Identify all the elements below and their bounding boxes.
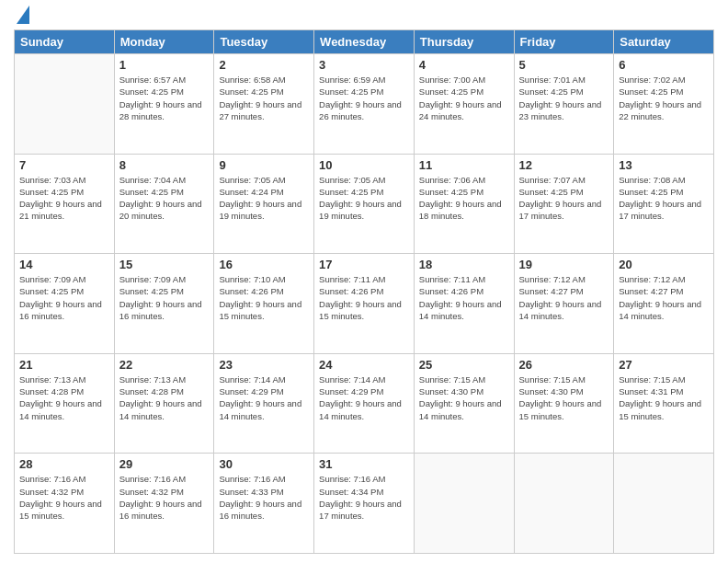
- calendar-cell: 4Sunrise: 7:00 AMSunset: 4:25 PMDaylight…: [414, 54, 514, 155]
- day-number: 10: [319, 158, 409, 172]
- day-number: 20: [619, 258, 709, 271]
- day-number: 25: [419, 358, 509, 372]
- calendar-cell: 22Sunrise: 7:13 AMSunset: 4:28 PMDayligh…: [114, 353, 214, 454]
- day-info: Sunrise: 7:04 AMSunset: 4:25 PMDaylight:…: [119, 174, 210, 223]
- calendar-cell: 19Sunrise: 7:12 AMSunset: 4:27 PMDayligh…: [514, 254, 614, 354]
- calendar-cell: 5Sunrise: 7:01 AMSunset: 4:25 PMDaylight…: [514, 54, 614, 155]
- day-number: 11: [419, 158, 509, 172]
- calendar-cell: 3Sunrise: 6:59 AMSunset: 4:25 PMDaylight…: [314, 54, 415, 155]
- day-number: 16: [219, 258, 309, 271]
- calendar-cell: 28Sunrise: 7:16 AMSunset: 4:32 PMDayligh…: [15, 454, 115, 554]
- day-number: 2: [219, 58, 309, 72]
- calendar-cell: 27Sunrise: 7:15 AMSunset: 4:31 PMDayligh…: [614, 353, 714, 454]
- day-info: Sunrise: 7:02 AMSunset: 4:25 PMDaylight:…: [619, 74, 709, 122]
- calendar-cell: 24Sunrise: 7:14 AMSunset: 4:29 PMDayligh…: [314, 353, 415, 454]
- day-number: 17: [319, 258, 409, 271]
- calendar-week-row: 21Sunrise: 7:13 AMSunset: 4:28 PMDayligh…: [15, 353, 714, 454]
- day-info: Sunrise: 7:13 AMSunset: 4:28 PMDaylight:…: [19, 373, 109, 422]
- day-info: Sunrise: 7:15 AMSunset: 4:31 PMDaylight:…: [619, 373, 709, 422]
- day-number: 26: [519, 358, 609, 372]
- calendar-header-row: SundayMondayTuesdayWednesdayThursdayFrid…: [15, 30, 714, 54]
- day-info: Sunrise: 7:12 AMSunset: 4:27 PMDaylight:…: [519, 273, 609, 322]
- day-number: 1: [119, 58, 210, 72]
- day-info: Sunrise: 7:11 AMSunset: 4:26 PMDaylight:…: [419, 273, 509, 322]
- calendar-cell: 2Sunrise: 6:58 AMSunset: 4:25 PMDaylight…: [214, 54, 314, 155]
- day-number: 12: [519, 158, 609, 172]
- calendar-cell: 8Sunrise: 7:04 AMSunset: 4:25 PMDaylight…: [114, 154, 214, 254]
- day-info: Sunrise: 7:16 AMSunset: 4:33 PMDaylight:…: [219, 473, 309, 522]
- day-info: Sunrise: 7:09 AMSunset: 4:25 PMDaylight:…: [119, 273, 210, 322]
- day-info: Sunrise: 7:05 AMSunset: 4:25 PMDaylight:…: [319, 174, 409, 223]
- day-info: Sunrise: 7:14 AMSunset: 4:29 PMDaylight:…: [319, 373, 409, 422]
- day-number: 21: [19, 358, 109, 372]
- day-info: Sunrise: 7:10 AMSunset: 4:26 PMDaylight:…: [219, 273, 309, 322]
- calendar-cell: 20Sunrise: 7:12 AMSunset: 4:27 PMDayligh…: [614, 254, 714, 354]
- day-info: Sunrise: 7:12 AMSunset: 4:27 PMDaylight:…: [619, 273, 709, 322]
- calendar-week-row: 28Sunrise: 7:16 AMSunset: 4:32 PMDayligh…: [15, 454, 714, 554]
- day-info: Sunrise: 7:14 AMSunset: 4:29 PMDaylight:…: [219, 373, 309, 422]
- calendar-cell: 1Sunrise: 6:57 AMSunset: 4:25 PMDaylight…: [114, 54, 214, 155]
- day-number: 8: [119, 158, 210, 172]
- logo-triangle-icon: [17, 6, 29, 24]
- day-number: 30: [219, 457, 309, 471]
- weekday-header-friday: Friday: [514, 30, 614, 54]
- day-number: 24: [319, 358, 409, 372]
- day-number: 14: [19, 258, 109, 271]
- weekday-header-thursday: Thursday: [414, 30, 514, 54]
- calendar-cell: 6Sunrise: 7:02 AMSunset: 4:25 PMDaylight…: [614, 54, 714, 155]
- day-info: Sunrise: 7:00 AMSunset: 4:25 PMDaylight:…: [419, 74, 509, 122]
- calendar-cell: [514, 454, 614, 554]
- calendar-cell: 23Sunrise: 7:14 AMSunset: 4:29 PMDayligh…: [214, 353, 314, 454]
- calendar-cell: 26Sunrise: 7:15 AMSunset: 4:30 PMDayligh…: [514, 353, 614, 454]
- calendar-cell: 16Sunrise: 7:10 AMSunset: 4:26 PMDayligh…: [214, 254, 314, 354]
- day-info: Sunrise: 7:11 AMSunset: 4:26 PMDaylight:…: [319, 273, 409, 322]
- day-info: Sunrise: 7:06 AMSunset: 4:25 PMDaylight:…: [419, 174, 509, 223]
- day-info: Sunrise: 6:59 AMSunset: 4:25 PMDaylight:…: [319, 74, 409, 122]
- calendar-cell: 18Sunrise: 7:11 AMSunset: 4:26 PMDayligh…: [414, 254, 514, 354]
- calendar-week-row: 14Sunrise: 7:09 AMSunset: 4:25 PMDayligh…: [15, 254, 714, 354]
- day-number: 9: [219, 158, 309, 172]
- header: [14, 9, 714, 24]
- calendar-cell: 13Sunrise: 7:08 AMSunset: 4:25 PMDayligh…: [614, 154, 714, 254]
- calendar-cell: 10Sunrise: 7:05 AMSunset: 4:25 PMDayligh…: [314, 154, 415, 254]
- weekday-header-sunday: Sunday: [15, 30, 115, 54]
- calendar-cell: 25Sunrise: 7:15 AMSunset: 4:30 PMDayligh…: [414, 353, 514, 454]
- day-number: 6: [619, 58, 709, 72]
- calendar-cell: [15, 54, 115, 155]
- calendar-cell: 31Sunrise: 7:16 AMSunset: 4:34 PMDayligh…: [314, 454, 415, 554]
- day-info: Sunrise: 7:05 AMSunset: 4:24 PMDaylight:…: [219, 174, 309, 223]
- calendar-cell: 14Sunrise: 7:09 AMSunset: 4:25 PMDayligh…: [15, 254, 115, 354]
- day-info: Sunrise: 7:16 AMSunset: 4:32 PMDaylight:…: [119, 473, 210, 522]
- calendar-cell: 17Sunrise: 7:11 AMSunset: 4:26 PMDayligh…: [314, 254, 415, 354]
- page: SundayMondayTuesdayWednesdayThursdayFrid…: [0, 0, 728, 563]
- calendar-cell: 21Sunrise: 7:13 AMSunset: 4:28 PMDayligh…: [15, 353, 115, 454]
- day-number: 7: [19, 158, 109, 172]
- weekday-header-saturday: Saturday: [614, 30, 714, 54]
- day-info: Sunrise: 7:09 AMSunset: 4:25 PMDaylight:…: [19, 273, 109, 322]
- calendar-cell: 11Sunrise: 7:06 AMSunset: 4:25 PMDayligh…: [414, 154, 514, 254]
- day-number: 28: [19, 457, 109, 471]
- calendar-cell: [414, 454, 514, 554]
- day-number: 3: [319, 58, 409, 72]
- day-info: Sunrise: 7:01 AMSunset: 4:25 PMDaylight:…: [519, 74, 609, 122]
- day-number: 29: [119, 457, 210, 471]
- day-info: Sunrise: 7:03 AMSunset: 4:25 PMDaylight:…: [19, 174, 109, 223]
- day-number: 5: [519, 58, 609, 72]
- logo: [14, 9, 29, 24]
- day-number: 4: [419, 58, 509, 72]
- day-info: Sunrise: 7:15 AMSunset: 4:30 PMDaylight:…: [519, 373, 609, 422]
- day-number: 19: [519, 258, 609, 271]
- weekday-header-wednesday: Wednesday: [314, 30, 415, 54]
- calendar-cell: 29Sunrise: 7:16 AMSunset: 4:32 PMDayligh…: [114, 454, 214, 554]
- day-info: Sunrise: 7:15 AMSunset: 4:30 PMDaylight:…: [419, 373, 509, 422]
- calendar-week-row: 1Sunrise: 6:57 AMSunset: 4:25 PMDaylight…: [15, 54, 714, 155]
- day-info: Sunrise: 7:16 AMSunset: 4:34 PMDaylight:…: [319, 473, 409, 522]
- day-info: Sunrise: 7:16 AMSunset: 4:32 PMDaylight:…: [19, 473, 109, 522]
- day-number: 22: [119, 358, 210, 372]
- day-info: Sunrise: 7:07 AMSunset: 4:25 PMDaylight:…: [519, 174, 609, 223]
- weekday-header-monday: Monday: [114, 30, 214, 54]
- day-number: 13: [619, 158, 709, 172]
- calendar-cell: 30Sunrise: 7:16 AMSunset: 4:33 PMDayligh…: [214, 454, 314, 554]
- day-number: 18: [419, 258, 509, 271]
- day-number: 31: [319, 457, 409, 471]
